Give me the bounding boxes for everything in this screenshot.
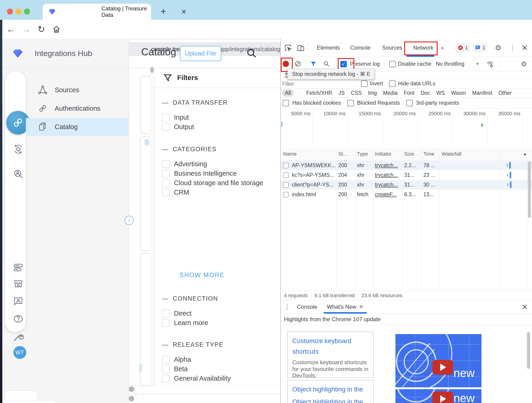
sidebar-item-authentications[interactable]: Authentications <box>26 99 128 118</box>
network-settings-gear-icon[interactable]: ⚙ <box>521 57 527 71</box>
hide-data-urls-label[interactable]: Hide data URLs <box>398 78 435 88</box>
checkbox[interactable] <box>162 123 170 131</box>
drawer-tab-close-icon[interactable]: ✕ <box>359 304 363 310</box>
network-conditions-icon[interactable] <box>486 60 494 68</box>
chip-doc[interactable]: Doc <box>421 90 430 96</box>
play-button-icon[interactable] <box>432 360 453 375</box>
filter-option-business-intelligence[interactable]: Business Intelligence <box>162 169 277 178</box>
devtools-settings-gear-icon[interactable]: ⚙ <box>495 39 501 57</box>
collapse-sidebar-button[interactable]: ‹ <box>125 216 134 225</box>
reload-button[interactable]: ↻ <box>36 20 47 39</box>
row-checkbox[interactable] <box>283 163 289 168</box>
marketplace-store-icon[interactable] <box>11 276 25 291</box>
news-link[interactable]: Object highlighting in the <box>292 384 368 395</box>
error-badge[interactable]: 1 <box>456 43 470 52</box>
filter-option-input[interactable]: Input <box>162 113 277 122</box>
request-row[interactable]: AP-YSMSWEKK... 200 xhr trycatch... 2.2..… <box>281 161 532 170</box>
drawer-menu-kebab-icon[interactable]: ⋮ <box>281 303 294 311</box>
help-icon[interactable] <box>11 311 25 326</box>
video-thumbnail-partial[interactable]: new <box>395 389 481 403</box>
filter-option-alpha[interactable]: Alpha <box>162 355 277 364</box>
checkbox[interactable] <box>162 365 170 373</box>
request-initiator-link[interactable]: trycatch... <box>375 170 402 180</box>
invert-label[interactable]: Invert <box>370 78 383 88</box>
third-party-requests-label[interactable]: 3rd-party requests <box>416 100 459 106</box>
drawer-scrollbar-thumb[interactable] <box>527 332 530 369</box>
throttling-select[interactable]: No throttling <box>436 57 464 71</box>
request-name[interactable]: kc?s=AP-YSMS... <box>292 170 336 180</box>
news-link[interactable]: Customize keyboard shortcuts <box>292 336 368 357</box>
blocked-requests-checkbox[interactable] <box>348 100 354 106</box>
filter-option-beta[interactable]: Beta <box>162 364 277 374</box>
network-search-icon[interactable] <box>323 61 330 67</box>
request-initiator-link[interactable]: createF... <box>375 190 402 199</box>
blocked-requests-label[interactable]: Blocked Requests <box>357 100 400 106</box>
checkbox[interactable] <box>162 319 170 327</box>
drawer-close-icon[interactable]: ✕ <box>521 300 528 314</box>
inspect-element-icon[interactable] <box>284 44 292 52</box>
chip-css[interactable]: CSS <box>351 90 362 96</box>
devtools-close-icon[interactable]: ✕ <box>521 39 528 57</box>
upload-file-button[interactable]: Upload File <box>180 46 221 61</box>
devtools-menu-kebab-icon[interactable]: ⋮ <box>509 39 516 57</box>
column-header-time[interactable]: Time <box>423 148 434 161</box>
sort-ascending-icon[interactable]: ▲ <box>523 148 527 161</box>
checkbox[interactable] <box>162 160 170 168</box>
filter-option-learn-more[interactable]: Learn more <box>162 318 277 328</box>
request-name[interactable]: AP-YSMSWEKK... <box>292 161 336 170</box>
disable-cache-label[interactable]: Disable cache <box>398 57 431 71</box>
search-icon[interactable] <box>246 48 257 59</box>
checkbox[interactable] <box>162 375 170 383</box>
issues-badge[interactable]: 1 <box>473 43 488 52</box>
chip-wasm[interactable]: Wasm <box>451 90 466 96</box>
connections-toggles-icon[interactable] <box>11 260 25 275</box>
chip-other[interactable]: Other <box>498 90 512 96</box>
sidebar-item-sources[interactable]: Sources <box>26 81 128 99</box>
new-tab-button[interactable]: + <box>156 5 170 19</box>
zoom-window-button[interactable] <box>24 8 30 14</box>
audience-search-icon[interactable] <box>11 167 25 181</box>
horizontal-scrollbar-thumb[interactable] <box>129 386 134 392</box>
filter-option-output[interactable]: Output <box>162 122 277 132</box>
sync-settings-icon[interactable] <box>11 142 25 156</box>
request-row[interactable]: kc?s=AP-YSMS... 204 xhr trycatch... 31..… <box>281 170 532 180</box>
filter-option-cloud-storage[interactable]: Cloud storage and file storage <box>162 178 277 188</box>
vertical-scrollbar[interactable] <box>150 68 155 385</box>
request-initiator-link[interactable]: trycatch... <box>375 161 402 170</box>
drawer-tab-whats-new[interactable]: What's New ✕ <box>324 300 367 314</box>
network-timeline-overview[interactable]: 5000 ms 10000 ms 15000 ms 20000 ms 25000… <box>281 108 532 148</box>
column-header-name[interactable]: Name <box>283 148 297 161</box>
chip-fetch-xhr[interactable]: Fetch/XHR <box>306 90 332 96</box>
checkbox[interactable] <box>162 114 170 122</box>
close-window-button[interactable] <box>7 8 13 14</box>
column-header-waterfall[interactable]: Waterfall <box>442 148 461 161</box>
avatar[interactable]: WT <box>13 346 26 359</box>
video-thumbnail[interactable]: new <box>395 334 481 387</box>
column-header-status[interactable]: St... <box>338 148 347 161</box>
devtools-tab-console[interactable]: Console <box>347 39 374 57</box>
filter-option-general-availability[interactable]: General Availability <box>162 374 277 383</box>
row-checkbox[interactable] <box>283 182 289 188</box>
filter-option-advertising[interactable]: Advertising <box>162 159 277 169</box>
devtools-scrollbar-thumb[interactable] <box>528 161 531 218</box>
clear-network-log-icon[interactable] <box>295 61 301 67</box>
request-initiator-link[interactable]: trycatch... <box>375 180 402 190</box>
show-more-link[interactable]: SHOW MORE <box>179 272 224 279</box>
request-name[interactable]: client?p=AP-YS... <box>292 180 336 190</box>
device-toolbar-icon[interactable] <box>297 44 305 52</box>
checkbox[interactable] <box>162 356 170 364</box>
devtools-tab-elements[interactable]: Elements <box>313 39 343 57</box>
checkbox[interactable] <box>162 179 170 187</box>
checkbox[interactable] <box>162 170 170 178</box>
request-name[interactable]: index.html <box>292 190 336 199</box>
chip-ws[interactable]: WS <box>436 90 445 96</box>
tab-close-icon[interactable]: ✕ <box>181 4 186 20</box>
request-row[interactable]: index.html 200 fetch createF... 6.3... 1… <box>281 190 532 199</box>
more-tabs-chevron[interactable]: » <box>441 39 444 57</box>
chip-manifest[interactable]: Manifest <box>472 90 492 96</box>
chip-media[interactable]: Media <box>383 90 398 96</box>
has-blocked-cookies-label[interactable]: Has blocked cookies <box>292 100 341 106</box>
has-blocked-cookies-checkbox[interactable] <box>283 100 289 106</box>
sidebar-item-catalog[interactable]: Catalog <box>26 118 128 136</box>
chip-all[interactable]: All <box>282 89 294 97</box>
